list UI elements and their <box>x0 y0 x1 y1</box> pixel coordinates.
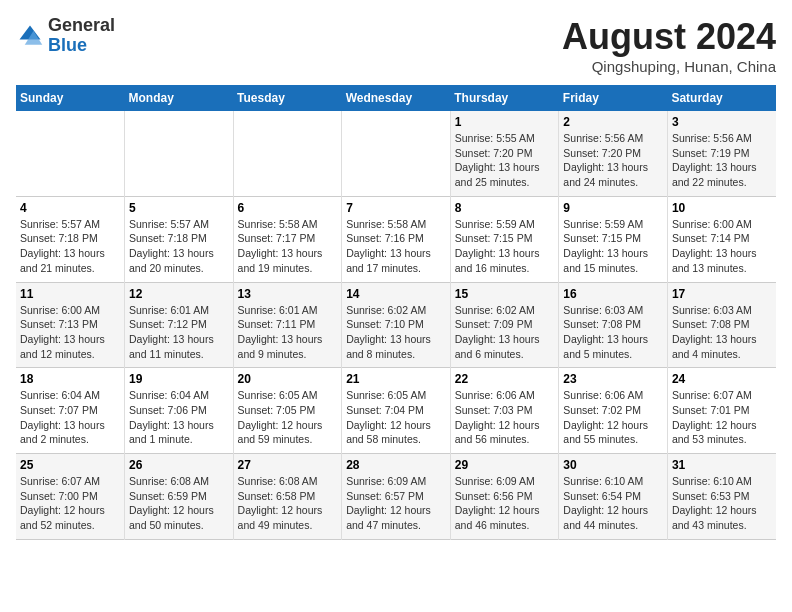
calendar-cell <box>233 111 342 196</box>
day-number: 3 <box>672 115 772 129</box>
day-info: Sunrise: 6:01 AM Sunset: 7:12 PM Dayligh… <box>129 303 229 362</box>
day-info: Sunrise: 6:00 AM Sunset: 7:14 PM Dayligh… <box>672 217 772 276</box>
calendar-cell: 16Sunrise: 6:03 AM Sunset: 7:08 PM Dayli… <box>559 282 668 368</box>
calendar-cell: 30Sunrise: 6:10 AM Sunset: 6:54 PM Dayli… <box>559 454 668 540</box>
day-info: Sunrise: 5:57 AM Sunset: 7:18 PM Dayligh… <box>20 217 120 276</box>
header-cell-tuesday: Tuesday <box>233 85 342 111</box>
calendar-cell: 20Sunrise: 6:05 AM Sunset: 7:05 PM Dayli… <box>233 368 342 454</box>
day-info: Sunrise: 5:55 AM Sunset: 7:20 PM Dayligh… <box>455 131 555 190</box>
day-number: 14 <box>346 287 446 301</box>
header-row: SundayMondayTuesdayWednesdayThursdayFrid… <box>16 85 776 111</box>
week-row-4: 18Sunrise: 6:04 AM Sunset: 7:07 PM Dayli… <box>16 368 776 454</box>
calendar-cell: 23Sunrise: 6:06 AM Sunset: 7:02 PM Dayli… <box>559 368 668 454</box>
week-row-3: 11Sunrise: 6:00 AM Sunset: 7:13 PM Dayli… <box>16 282 776 368</box>
calendar-cell: 2Sunrise: 5:56 AM Sunset: 7:20 PM Daylig… <box>559 111 668 196</box>
day-info: Sunrise: 5:58 AM Sunset: 7:16 PM Dayligh… <box>346 217 446 276</box>
calendar-cell <box>16 111 125 196</box>
calendar-cell: 27Sunrise: 6:08 AM Sunset: 6:58 PM Dayli… <box>233 454 342 540</box>
day-info: Sunrise: 5:56 AM Sunset: 7:20 PM Dayligh… <box>563 131 663 190</box>
logo-general-text: General <box>48 15 115 35</box>
day-info: Sunrise: 5:59 AM Sunset: 7:15 PM Dayligh… <box>455 217 555 276</box>
calendar-cell: 1Sunrise: 5:55 AM Sunset: 7:20 PM Daylig… <box>450 111 559 196</box>
calendar-cell: 12Sunrise: 6:01 AM Sunset: 7:12 PM Dayli… <box>125 282 234 368</box>
week-row-2: 4Sunrise: 5:57 AM Sunset: 7:18 PM Daylig… <box>16 196 776 282</box>
calendar-cell: 13Sunrise: 6:01 AM Sunset: 7:11 PM Dayli… <box>233 282 342 368</box>
day-info: Sunrise: 6:04 AM Sunset: 7:07 PM Dayligh… <box>20 388 120 447</box>
header-cell-saturday: Saturday <box>667 85 776 111</box>
day-info: Sunrise: 6:08 AM Sunset: 6:58 PM Dayligh… <box>238 474 338 533</box>
logo-blue-text: Blue <box>48 35 87 55</box>
day-info: Sunrise: 6:09 AM Sunset: 6:57 PM Dayligh… <box>346 474 446 533</box>
day-number: 6 <box>238 201 338 215</box>
calendar-cell: 24Sunrise: 6:07 AM Sunset: 7:01 PM Dayli… <box>667 368 776 454</box>
calendar-cell: 25Sunrise: 6:07 AM Sunset: 7:00 PM Dayli… <box>16 454 125 540</box>
calendar-table: SundayMondayTuesdayWednesdayThursdayFrid… <box>16 85 776 540</box>
logo-icon <box>16 22 44 50</box>
calendar-cell: 7Sunrise: 5:58 AM Sunset: 7:16 PM Daylig… <box>342 196 451 282</box>
day-number: 17 <box>672 287 772 301</box>
calendar-cell: 8Sunrise: 5:59 AM Sunset: 7:15 PM Daylig… <box>450 196 559 282</box>
day-number: 9 <box>563 201 663 215</box>
day-info: Sunrise: 6:03 AM Sunset: 7:08 PM Dayligh… <box>563 303 663 362</box>
header-cell-thursday: Thursday <box>450 85 559 111</box>
week-row-1: 1Sunrise: 5:55 AM Sunset: 7:20 PM Daylig… <box>16 111 776 196</box>
day-number: 23 <box>563 372 663 386</box>
day-number: 28 <box>346 458 446 472</box>
calendar-cell: 14Sunrise: 6:02 AM Sunset: 7:10 PM Dayli… <box>342 282 451 368</box>
page-header: General Blue August 2024 Qingshuping, Hu… <box>16 16 776 75</box>
day-number: 8 <box>455 201 555 215</box>
calendar-cell: 26Sunrise: 6:08 AM Sunset: 6:59 PM Dayli… <box>125 454 234 540</box>
calendar-cell <box>342 111 451 196</box>
day-info: Sunrise: 6:02 AM Sunset: 7:10 PM Dayligh… <box>346 303 446 362</box>
day-info: Sunrise: 6:10 AM Sunset: 6:53 PM Dayligh… <box>672 474 772 533</box>
day-info: Sunrise: 6:09 AM Sunset: 6:56 PM Dayligh… <box>455 474 555 533</box>
day-number: 26 <box>129 458 229 472</box>
day-info: Sunrise: 5:59 AM Sunset: 7:15 PM Dayligh… <box>563 217 663 276</box>
day-number: 15 <box>455 287 555 301</box>
day-info: Sunrise: 6:04 AM Sunset: 7:06 PM Dayligh… <box>129 388 229 447</box>
calendar-cell: 17Sunrise: 6:03 AM Sunset: 7:08 PM Dayli… <box>667 282 776 368</box>
day-number: 19 <box>129 372 229 386</box>
day-number: 10 <box>672 201 772 215</box>
day-number: 24 <box>672 372 772 386</box>
day-info: Sunrise: 6:10 AM Sunset: 6:54 PM Dayligh… <box>563 474 663 533</box>
day-number: 20 <box>238 372 338 386</box>
day-number: 5 <box>129 201 229 215</box>
day-number: 31 <box>672 458 772 472</box>
calendar-cell: 28Sunrise: 6:09 AM Sunset: 6:57 PM Dayli… <box>342 454 451 540</box>
day-number: 25 <box>20 458 120 472</box>
day-number: 22 <box>455 372 555 386</box>
calendar-cell: 9Sunrise: 5:59 AM Sunset: 7:15 PM Daylig… <box>559 196 668 282</box>
calendar-cell: 15Sunrise: 6:02 AM Sunset: 7:09 PM Dayli… <box>450 282 559 368</box>
day-number: 18 <box>20 372 120 386</box>
day-number: 11 <box>20 287 120 301</box>
day-number: 30 <box>563 458 663 472</box>
calendar-cell: 19Sunrise: 6:04 AM Sunset: 7:06 PM Dayli… <box>125 368 234 454</box>
calendar-cell: 29Sunrise: 6:09 AM Sunset: 6:56 PM Dayli… <box>450 454 559 540</box>
calendar-body: 1Sunrise: 5:55 AM Sunset: 7:20 PM Daylig… <box>16 111 776 539</box>
day-info: Sunrise: 5:58 AM Sunset: 7:17 PM Dayligh… <box>238 217 338 276</box>
day-info: Sunrise: 6:06 AM Sunset: 7:03 PM Dayligh… <box>455 388 555 447</box>
calendar-cell <box>125 111 234 196</box>
day-info: Sunrise: 6:07 AM Sunset: 7:00 PM Dayligh… <box>20 474 120 533</box>
day-number: 21 <box>346 372 446 386</box>
calendar-header: SundayMondayTuesdayWednesdayThursdayFrid… <box>16 85 776 111</box>
day-info: Sunrise: 6:02 AM Sunset: 7:09 PM Dayligh… <box>455 303 555 362</box>
calendar-cell: 21Sunrise: 6:05 AM Sunset: 7:04 PM Dayli… <box>342 368 451 454</box>
location-subtitle: Qingshuping, Hunan, China <box>562 58 776 75</box>
month-year-title: August 2024 <box>562 16 776 58</box>
header-cell-friday: Friday <box>559 85 668 111</box>
calendar-cell: 5Sunrise: 5:57 AM Sunset: 7:18 PM Daylig… <box>125 196 234 282</box>
day-number: 13 <box>238 287 338 301</box>
day-info: Sunrise: 5:57 AM Sunset: 7:18 PM Dayligh… <box>129 217 229 276</box>
day-number: 4 <box>20 201 120 215</box>
day-number: 27 <box>238 458 338 472</box>
day-number: 29 <box>455 458 555 472</box>
header-cell-wednesday: Wednesday <box>342 85 451 111</box>
day-number: 16 <box>563 287 663 301</box>
day-info: Sunrise: 6:05 AM Sunset: 7:05 PM Dayligh… <box>238 388 338 447</box>
day-info: Sunrise: 6:08 AM Sunset: 6:59 PM Dayligh… <box>129 474 229 533</box>
calendar-cell: 6Sunrise: 5:58 AM Sunset: 7:17 PM Daylig… <box>233 196 342 282</box>
calendar-cell: 11Sunrise: 6:00 AM Sunset: 7:13 PM Dayli… <box>16 282 125 368</box>
day-number: 7 <box>346 201 446 215</box>
